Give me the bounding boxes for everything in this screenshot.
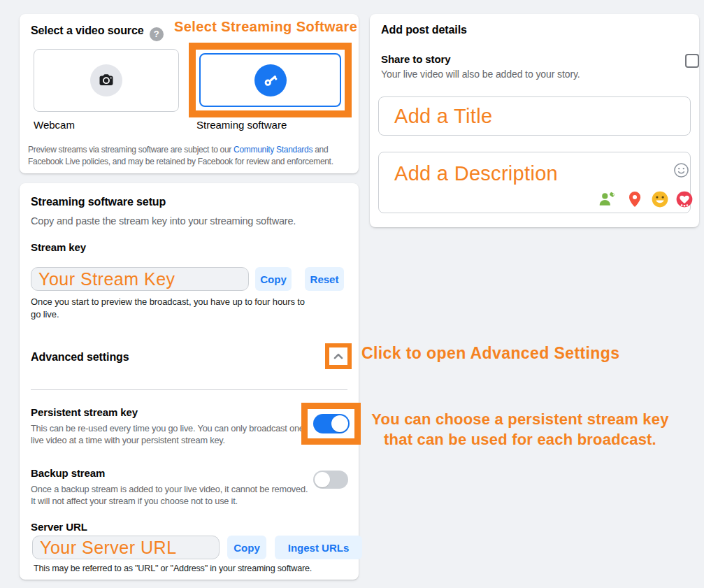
fundraiser-heart-icon — [675, 190, 694, 208]
setup-subtitle: Copy and paste the stream key into your … — [31, 215, 296, 227]
help-icon[interactable]: ? — [150, 27, 164, 41]
title-input[interactable]: Add a Title — [378, 96, 691, 136]
streaming-setup-card: Streaming software setup Copy and paste … — [20, 183, 359, 580]
streaming-option-highlight-box — [189, 43, 352, 117]
streaming-disclaimer: Preview streams via streaming software a… — [28, 144, 357, 168]
share-to-story-title: Share to story — [381, 53, 450, 65]
description-placeholder: Add a Description — [394, 162, 558, 185]
streaming-software-label: Streaming software — [196, 119, 287, 131]
stream-key-icon — [254, 64, 287, 96]
stream-key-note: Once you start to preview the broadcast,… — [31, 296, 305, 321]
tag-people-button[interactable] — [598, 190, 616, 208]
emoji-smiley-outline-icon — [673, 162, 689, 178]
page: Select a video source? — [0, 0, 704, 588]
annotation-persistent-key: You can choose a persistent stream key t… — [362, 409, 678, 450]
reset-stream-key-button[interactable]: Reset — [305, 267, 344, 291]
persistent-stream-key-title: Persistent stream key — [31, 406, 138, 418]
persistent-toggle-highlight-box — [301, 403, 361, 445]
video-source-card: Select a video source? — [20, 14, 359, 173]
tag-people-icon — [598, 190, 616, 208]
backup-stream-title: Backup stream — [31, 467, 105, 479]
backup-stream-toggle[interactable] — [313, 471, 348, 489]
chevron-up-icon — [333, 351, 344, 362]
webcam-option[interactable] — [34, 49, 179, 112]
title-placeholder: Add a Title — [394, 105, 492, 128]
check-in-button[interactable] — [626, 190, 644, 208]
post-details-card: Add post details Share to story Your liv… — [370, 14, 699, 227]
feeling-activity-button[interactable] — [651, 190, 669, 208]
video-source-title: Select a video source? — [31, 24, 164, 41]
persistent-stream-key-toggle[interactable] — [313, 414, 350, 433]
fundraiser-button[interactable] — [675, 190, 694, 208]
description-input[interactable]: Add a Description — [378, 152, 691, 213]
stream-key-label: Stream key — [31, 241, 86, 253]
annotation-select-streaming-software: Select Streaming Software — [174, 19, 357, 35]
backup-stream-description: Once a backup stream is added to your li… — [31, 483, 315, 507]
share-to-story-description: Your live video will also be added to yo… — [381, 69, 580, 80]
camera-icon — [90, 64, 122, 96]
advanced-settings-title: Advanced settings — [31, 351, 129, 364]
copy-server-url-button[interactable]: Copy — [227, 536, 266, 559]
collapse-advanced-settings-button[interactable] — [329, 347, 347, 365]
stream-key-input[interactable] — [31, 267, 249, 291]
setup-title: Streaming software setup — [31, 196, 166, 208]
emoji-picker-button[interactable] — [673, 162, 689, 178]
post-details-title: Add post details — [381, 24, 467, 36]
advanced-settings-divider — [31, 389, 347, 390]
server-url-note: This may be referred to as "URL" or "Add… — [34, 564, 355, 573]
server-url-input[interactable] — [32, 536, 220, 559]
webcam-label: Webcam — [34, 119, 75, 131]
persistent-stream-key-description: This can be re-used every time you go li… — [31, 422, 319, 446]
check-in-location-icon — [626, 190, 644, 208]
share-to-story-checkbox[interactable] — [685, 54, 699, 68]
feeling-activity-icon — [651, 190, 669, 208]
ingest-urls-button[interactable]: Ingest URLs — [275, 536, 362, 559]
advanced-settings-highlight-box — [325, 343, 352, 369]
community-standards-link[interactable]: Community Standards — [234, 145, 313, 155]
server-url-label: Server URL — [31, 521, 87, 533]
copy-stream-key-button[interactable]: Copy — [255, 267, 292, 291]
streaming-software-option[interactable] — [199, 53, 341, 107]
annotation-open-advanced-settings: Click to open Advanced Settings — [361, 344, 619, 363]
